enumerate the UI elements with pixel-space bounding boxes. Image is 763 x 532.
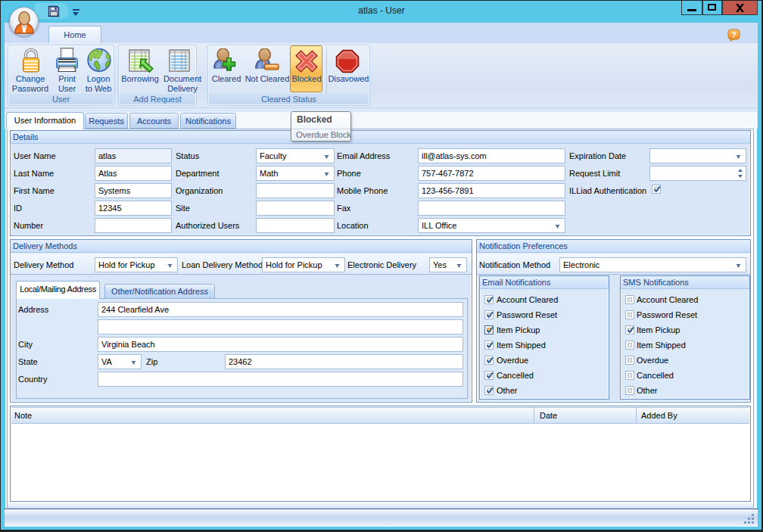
svg-text:?: ? — [731, 31, 736, 39]
